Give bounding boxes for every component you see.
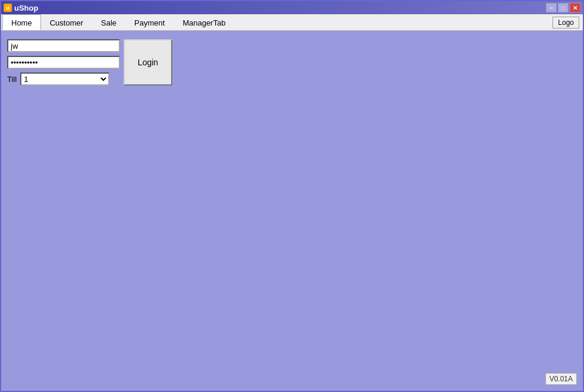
tab-managertab[interactable]: ManagerTab xyxy=(173,15,234,30)
login-button[interactable]: Login xyxy=(124,39,172,86)
title-bar: u uShop – □ ✕ xyxy=(1,1,583,14)
username-input[interactable] xyxy=(7,39,120,52)
minimize-button[interactable]: – xyxy=(546,3,557,12)
menu-bar: Home Customer Sale Payment ManagerTab Lo… xyxy=(1,14,583,31)
maximize-button[interactable]: □ xyxy=(558,3,569,12)
window-title: uShop xyxy=(14,4,38,12)
tab-customer[interactable]: Customer xyxy=(41,15,92,30)
version-badge: V0.01A xyxy=(545,373,577,385)
title-bar-left: u uShop xyxy=(4,4,38,12)
login-form: Till 1 2 3 Login xyxy=(7,39,577,86)
password-input[interactable] xyxy=(7,56,120,69)
app-icon: u xyxy=(4,4,12,12)
title-bar-controls: – □ ✕ xyxy=(546,3,580,12)
logo-button[interactable]: Logo xyxy=(553,17,579,29)
till-select[interactable]: 1 2 3 xyxy=(20,72,109,86)
main-window: u uShop – □ ✕ Home Customer Sale Payment… xyxy=(0,0,584,392)
logo-area: Logo xyxy=(553,14,582,30)
till-row: Till 1 2 3 xyxy=(7,72,120,86)
tab-sale[interactable]: Sale xyxy=(92,15,125,30)
close-button[interactable]: ✕ xyxy=(570,3,580,12)
till-label: Till xyxy=(7,75,17,84)
fields-column: Till 1 2 3 xyxy=(7,39,120,86)
tab-payment[interactable]: Payment xyxy=(125,15,173,30)
content-area: Till 1 2 3 Login V0.01A xyxy=(1,31,583,391)
tab-home[interactable]: Home xyxy=(2,14,41,30)
